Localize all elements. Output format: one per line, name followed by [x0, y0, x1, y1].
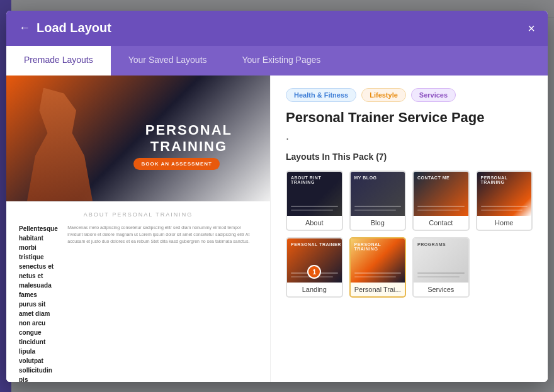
- layout-dot: .: [286, 130, 533, 143]
- thumb-contact-image: CONTACT ME: [414, 172, 468, 216]
- modal-overlay: ← Load Layout × Premade Layouts Your Sav…: [0, 0, 554, 392]
- modal-body: PERSONALTRAINING BOOK AN ASSESSMENT ABOU…: [6, 76, 548, 382]
- load-layout-modal: ← Load Layout × Premade Layouts Your Sav…: [6, 11, 548, 382]
- tags-container: Health & Fitness Lifestyle Services: [286, 88, 533, 102]
- close-button[interactable]: ×: [528, 22, 535, 35]
- tab-saved[interactable]: Your Saved Layouts: [111, 46, 225, 76]
- back-button[interactable]: ←: [19, 21, 30, 35]
- modal-title: Load Layout: [37, 21, 111, 35]
- tag-services[interactable]: Services: [411, 88, 456, 102]
- about-text-section: ABOUT PERSONAL TRAINING Pellentesque hab…: [6, 201, 270, 382]
- thumb-contact-label: Contact: [414, 216, 468, 230]
- thumb-home-label: Home: [477, 216, 532, 230]
- pt-training-label: PERSONALTRAINING: [145, 121, 232, 155]
- modal-header-left: ← Load Layout: [19, 21, 111, 35]
- about-text-content: Pellentesque habitant morbi tristiquesen…: [19, 224, 257, 382]
- silhouette-graphic: [19, 88, 101, 201]
- tag-health-fitness[interactable]: Health & Fitness: [286, 88, 356, 102]
- about-left-text: Pellentesque habitant morbi tristiquesen…: [19, 224, 60, 382]
- pt-cta-button: BOOK AN ASSESSMENT: [133, 158, 220, 170]
- left-preview-panel: PERSONALTRAINING BOOK AN ASSESSMENT ABOU…: [6, 76, 271, 382]
- thumb-blog[interactable]: MY BLOG Blog: [349, 171, 407, 231]
- thumb-about-image: ABOUT RINT TRAINING: [287, 172, 342, 216]
- thumbnails-grid: ABOUT RINT TRAINING About MY BLOG Blog: [286, 171, 533, 298]
- thumb-services-label: Services: [414, 283, 468, 296]
- thumb-landing[interactable]: PERSONAL TRAINER 1 Landing: [286, 237, 343, 298]
- thumb-landing-label: Landing: [287, 283, 342, 296]
- tabs-container: Premade Layouts Your Saved Layouts Your …: [6, 46, 548, 76]
- modal-header: ← Load Layout ×: [6, 11, 548, 46]
- tab-premade[interactable]: Premade Layouts: [6, 46, 111, 76]
- thumb-personal-image: PERSONAL TRAINING: [351, 238, 405, 283]
- thumb-blog-image: MY BLOG: [351, 172, 405, 216]
- thumb-contact[interactable]: CONTACT ME Contact: [412, 171, 470, 231]
- tag-lifestyle[interactable]: Lifestyle: [361, 88, 406, 102]
- pack-label: Layouts In This Pack (7): [286, 152, 533, 162]
- thumb-personal-label: Personal Trai...: [351, 283, 405, 296]
- about-heading: Pellentesque habitant morbi tristiquesen…: [19, 224, 60, 382]
- layout-title: Personal Trainer Service Page: [286, 109, 533, 126]
- thumb-services-image: PROGRAMS: [414, 238, 468, 283]
- thumb-blog-label: Blog: [351, 216, 405, 230]
- thumb-about-label: About: [287, 216, 342, 230]
- landing-badge: 1: [307, 265, 321, 279]
- right-detail-panel: Health & Fitness Lifestyle Services Pers…: [271, 76, 548, 382]
- thumb-services[interactable]: PROGRAMS Services: [412, 237, 470, 298]
- preview-top-image: PERSONALTRAINING BOOK AN ASSESSMENT: [6, 76, 270, 201]
- thumb-home[interactable]: PERSONAL TRAINING Home: [476, 171, 533, 231]
- about-label: ABOUT PERSONAL TRAINING: [19, 211, 257, 218]
- thumb-personal-trainer[interactable]: PERSONAL TRAINING Personal Trai...: [349, 237, 407, 298]
- thumb-landing-image: PERSONAL TRAINER 1: [287, 238, 342, 283]
- thumb-home-image: PERSONAL TRAINING: [477, 172, 532, 216]
- about-right-text: Maecenas meto adipiscing consetetur sadi…: [67, 224, 257, 382]
- tab-existing[interactable]: Your Existing Pages: [225, 46, 339, 76]
- thumb-about[interactable]: ABOUT RINT TRAINING About: [286, 171, 343, 231]
